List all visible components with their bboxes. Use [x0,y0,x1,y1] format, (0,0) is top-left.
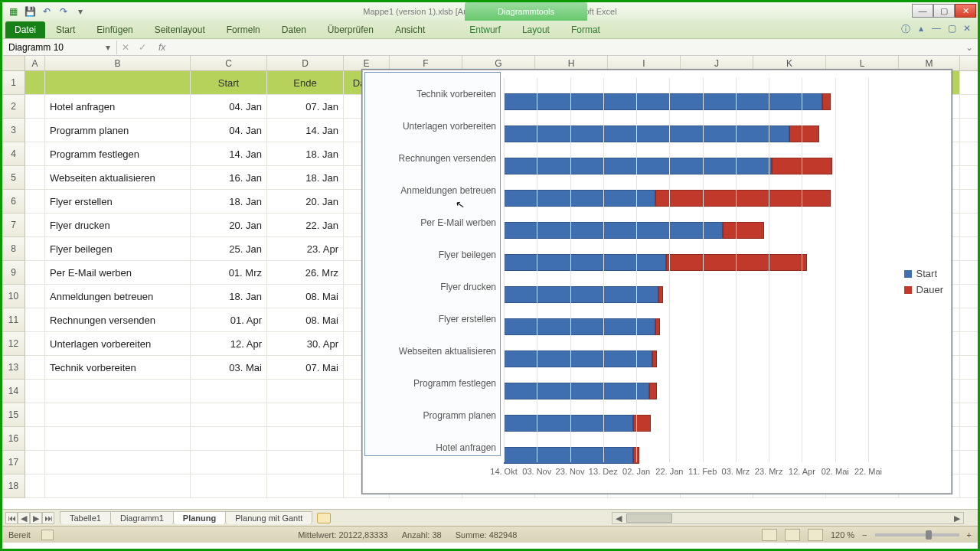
col-header-E[interactable]: E [344,56,390,70]
cell[interactable]: 14. Jan [191,142,267,165]
bar-dauer-segment[interactable] [658,286,663,303]
tab-layout[interactable]: Layout [511,21,560,38]
row-header-5[interactable]: 5 [2,166,25,190]
cell[interactable] [267,451,344,474]
cell[interactable] [191,474,267,497]
row-header-13[interactable]: 13 [2,356,25,380]
row-header-14[interactable]: 14 [2,380,25,403]
tab-ansicht[interactable]: Ansicht [384,21,436,38]
bar-start-segment[interactable] [504,383,649,399]
bar-start-segment[interactable] [504,254,666,271]
cell[interactable] [191,451,267,474]
cell[interactable]: 18. Jan [191,285,267,308]
cell[interactable]: Flyer erstellen [45,190,191,213]
embedded-chart[interactable]: Start Dauer 14. Okt03. Nov23. Nov13. Dez… [362,70,952,494]
cell[interactable]: 01. Apr [191,308,267,331]
row-header-4[interactable]: 4 [2,142,25,166]
cell[interactable]: 25. Jan [191,237,267,260]
help-icon[interactable]: ⓘ [900,23,912,36]
col-header-K[interactable]: K [753,56,826,70]
row-header-9[interactable]: 9 [2,261,25,285]
cell[interactable]: Flyer drucken [45,214,191,236]
doc-close-icon[interactable]: ✕ [961,23,973,36]
maximize-button[interactable]: ▢ [933,4,955,18]
select-all-corner[interactable] [2,56,25,70]
col-header-L[interactable]: L [826,56,899,70]
first-sheet-icon[interactable]: ⏮ [5,512,18,524]
cell[interactable] [25,427,45,450]
view-pagebreak-icon[interactable] [808,529,823,541]
cell[interactable]: 07. Jan [267,95,344,118]
row-header-17[interactable]: 17 [2,451,25,474]
scroll-left-icon[interactable]: ◀ [612,514,625,523]
bar-dauer-segment[interactable] [655,190,831,207]
cell[interactable]: 04. Jan [191,95,267,118]
tab-überprüfen[interactable]: Überprüfen [317,21,384,38]
cell[interactable]: Rechnungen versenden [45,308,191,331]
category-label[interactable]: Anmeldungen betreuen [366,185,501,196]
zoom-out-icon[interactable]: − [862,530,867,540]
zoom-in-icon[interactable]: + [967,530,972,540]
bar-start-segment[interactable] [504,415,633,432]
tab-start[interactable]: Start [45,21,86,38]
tab-daten[interactable]: Daten [271,21,317,38]
col-header-D[interactable]: D [267,56,344,70]
cell[interactable]: 20. Jan [191,214,267,236]
cell[interactable]: Programm planen [45,119,191,142]
horizontal-scrollbar[interactable]: ◀ ▶ [612,512,964,524]
cell[interactable]: 04. Jan [191,119,267,142]
category-label[interactable]: Unterlagen vorbereiten [366,121,501,132]
last-sheet-icon[interactable]: ⏭ [42,512,54,524]
bar-dauer-segment[interactable] [789,126,819,142]
cell[interactable]: 08. Mai [267,308,344,331]
undo-icon[interactable]: ↶ [41,5,53,18]
bar-start-segment[interactable] [504,126,789,142]
redo-icon[interactable]: ↷ [57,5,70,18]
tab-formeln[interactable]: Formeln [216,21,271,38]
cell[interactable]: 07. Mai [267,356,344,379]
bar-dauer-segment[interactable] [652,350,657,367]
bar-start-segment[interactable] [504,158,772,174]
cell[interactable]: Hotel anfragen [45,95,191,118]
category-label[interactable]: Flyer beilegen [366,249,501,260]
tab-einfügen[interactable]: Einfügen [86,21,143,38]
category-label[interactable]: Programm planen [366,410,501,421]
cell[interactable]: 08. Mai [267,285,344,308]
row-header-2[interactable]: 2 [2,95,25,119]
row-header-6[interactable]: 6 [2,190,25,214]
row-header-18[interactable]: 18 [2,474,25,498]
chart-bar-row[interactable] [504,158,867,174]
formula-input[interactable] [173,46,961,49]
row-header-12[interactable]: 12 [2,332,25,356]
cell[interactable] [25,166,45,189]
row-header-11[interactable]: 11 [2,308,25,332]
view-layout-icon[interactable] [785,529,800,541]
row-header-15[interactable]: 15 [2,403,25,427]
tab-entwurf[interactable]: Entwurf [459,21,511,38]
category-label[interactable]: Technik vorbereiten [366,89,501,99]
col-header-A[interactable]: A [25,56,45,70]
cell[interactable]: 23. Apr [267,237,344,260]
bar-start-segment[interactable] [504,447,633,464]
category-label[interactable]: Hotel anfragen [366,442,501,453]
row-header-16[interactable]: 16 [2,427,25,451]
cell[interactable] [45,474,191,497]
cell[interactable] [25,285,45,308]
view-normal-icon[interactable] [762,529,777,541]
doc-min-icon[interactable]: — [930,23,942,36]
chart-bar-row[interactable] [504,318,867,335]
cell[interactable] [45,427,191,450]
chart-bar-row[interactable] [504,383,867,399]
sheet-tab-tabelle1[interactable]: Tabelle1 [60,511,111,524]
cell[interactable] [191,427,267,450]
cell[interactable]: 26. Mrz [267,261,344,284]
bar-dauer-segment[interactable] [723,222,764,239]
cell[interactable] [267,474,344,497]
cell[interactable]: 14. Jan [267,119,344,142]
cell[interactable] [25,474,45,497]
row-header-3[interactable]: 3 [2,119,25,142]
cell[interactable] [267,403,344,426]
worksheet-area[interactable]: ABCDEFGHIJKLM 12345678910111213141516171… [2,56,978,509]
new-sheet-icon[interactable] [317,513,331,523]
cell[interactable]: 12. Apr [191,332,267,355]
